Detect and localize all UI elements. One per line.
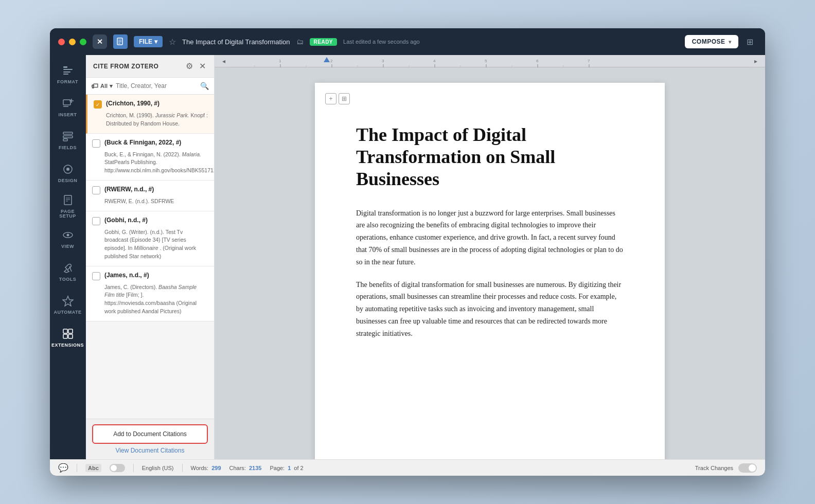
sidebar-item-view[interactable]: VIEW [52, 224, 83, 255]
main-content: FORMAT INSERT [50, 55, 765, 459]
page-current: 1 [288, 465, 291, 471]
compose-chevron-icon: ▾ [729, 39, 732, 45]
sidebar-item-fields[interactable]: FIELDS [52, 125, 83, 156]
page-setup-icon [62, 194, 74, 207]
sidebar-close-button[interactable]: ✕ [93, 34, 107, 49]
sidebar-item-page-setup[interactable]: PAGE SETUP [52, 191, 83, 222]
citation-header: ✓ (Crichton, 1990, #) [94, 100, 208, 109]
close-traffic-light[interactable] [58, 39, 65, 45]
svg-rect-5 [63, 69, 73, 70]
svg-rect-17 [64, 195, 72, 205]
document-scroll[interactable]: + ⊞ The Impact of Digital Transformation… [215, 67, 765, 459]
citation-checkbox-buck[interactable] [92, 139, 100, 148]
divider-2 [133, 464, 134, 472]
sidebar-item-design[interactable]: DESIGN [52, 158, 83, 189]
citation-header-buck: (Buck & Finnigan, 2022, #) [92, 139, 208, 148]
svg-point-16 [66, 168, 69, 171]
design-icon [62, 164, 74, 176]
language-text: English (US) [142, 465, 174, 471]
track-toggle-dot [749, 464, 756, 472]
svg-rect-4 [63, 66, 67, 68]
add-col-button[interactable]: ⊞ [339, 93, 350, 104]
svg-rect-6 [63, 71, 70, 73]
spell-check-icon[interactable]: Abc [85, 464, 101, 472]
track-changes-label: Track Changes [695, 465, 733, 471]
citation-checkbox-james[interactable] [92, 272, 100, 280]
title-bar-right: COMPOSE ▾ ⊞ [685, 34, 757, 49]
maximize-traffic-light[interactable] [80, 39, 86, 45]
sidebar-item-automate[interactable]: AUTOMATE [52, 290, 83, 320]
automate-label: AUTOMATE [54, 310, 81, 315]
compose-button[interactable]: COMPOSE ▾ [685, 35, 738, 48]
sidebar-item-insert[interactable]: INSERT [52, 92, 83, 123]
minimize-traffic-light[interactable] [69, 39, 76, 45]
insert-label: INSERT [58, 113, 77, 117]
automate-icon [62, 295, 74, 308]
toolbar-extra-icon[interactable]: ⊞ [742, 34, 757, 49]
format-icon [62, 65, 74, 78]
star-icon[interactable]: ☆ [169, 37, 176, 47]
document-icon [113, 34, 128, 49]
fields-icon [62, 131, 74, 143]
citation-checkbox-rwerw[interactable] [92, 186, 100, 194]
citation-checkbox-crichton[interactable]: ✓ [94, 100, 102, 109]
citation-checkbox-gobhi[interactable] [92, 217, 100, 225]
search-button[interactable]: 🔍 [200, 82, 209, 90]
page-setup-label: PAGE SETUP [52, 209, 83, 219]
svg-rect-12 [63, 132, 73, 134]
panel-header: CITE FROM ZOTERO ⚙ ✕ [86, 55, 214, 78]
compose-label: COMPOSE [692, 38, 725, 45]
track-changes-toggle[interactable] [738, 463, 757, 473]
citation-header-rwerw: (RWERW, n.d., #) [92, 186, 208, 194]
filter-label: All [100, 83, 108, 89]
ruler-right-arrow: ▸ [751, 55, 761, 67]
sidebar: FORMAT INSERT [50, 55, 86, 459]
tools-label: TOOLS [59, 277, 76, 282]
words-value: 299 [211, 465, 221, 471]
citation-search-input[interactable] [116, 82, 197, 89]
citation-item-james[interactable]: (James, n.d., #) James, C. (Directors). … [86, 266, 214, 321]
add-row-button[interactable]: + [325, 93, 336, 104]
citation-item-buck[interactable]: (Buck & Finnigan, 2022, #) Buck, E., & F… [86, 134, 214, 181]
filter-icon: 🏷 [91, 82, 98, 90]
design-label: DESIGN [58, 178, 78, 183]
citation-details-crichton: Crichton, M. (1990). Jurassic Park. Knop… [94, 112, 208, 128]
citation-key-rwerw: (RWERW, n.d., #) [104, 186, 154, 193]
citation-key-buck: (Buck & Finnigan, 2022, #) [104, 139, 181, 146]
citation-item-crichton[interactable]: ✓ (Crichton, 1990, #) Crichton, M. (1990… [86, 95, 214, 134]
words-status: Words: 299 [191, 465, 221, 471]
add-citations-button[interactable]: Add to Document Citations [92, 424, 208, 444]
file-menu-button[interactable]: FILE ▾ [134, 36, 163, 47]
citation-details-gobhi: Gobhi, G. (Writer). (n.d.). Test Tv broa… [92, 228, 208, 261]
panel-close-button[interactable]: ✕ [198, 60, 207, 72]
panel-footer: Add to Document Citations View Document … [86, 419, 214, 459]
filter-dropdown[interactable]: 🏷 All ▾ [91, 82, 113, 90]
sidebar-item-format[interactable]: FORMAT [52, 59, 83, 90]
chars-value: 2135 [249, 465, 261, 471]
document-title: The Impact of Digital Transformation on … [356, 124, 624, 191]
citation-header-james: (James, n.d., #) [92, 272, 208, 280]
ruler: ◂ 1 2 3 [215, 55, 765, 67]
divider-1 [77, 464, 77, 472]
view-citations-link[interactable]: View Document Citations [92, 447, 208, 454]
folder-icon[interactable]: 🗂 [296, 38, 304, 46]
svg-text:7: 7 [588, 59, 590, 63]
divider-3 [182, 464, 183, 472]
status-right: Track Changes [695, 463, 757, 473]
document-title: The Impact of Digital Transformation [182, 38, 290, 46]
chat-icon[interactable]: 💬 [58, 463, 68, 473]
spell-check-toggle[interactable] [110, 464, 125, 472]
citation-header-gobhi: (Gobhi, n.d., #) [92, 217, 208, 225]
svg-text:6: 6 [536, 59, 539, 63]
svg-marker-24 [63, 296, 73, 306]
document-paragraph-2: The benefits of digital transformation f… [356, 279, 624, 340]
sidebar-item-extensions[interactable]: EXTENSIONS [52, 322, 83, 353]
sidebar-item-tools[interactable]: TOOLS [52, 257, 83, 287]
citation-item-gobhi[interactable]: (Gobhi, n.d., #) Gobhi, G. (Writer). (n.… [86, 211, 214, 266]
chars-label: Chars: [229, 465, 246, 471]
citation-item-rwerw[interactable]: (RWERW, n.d., #) RWERW, E. (n.d.). SDFRW… [86, 181, 214, 211]
citation-details-james: James, C. (Directors). Baasha Sample Fil… [92, 283, 208, 316]
insert-icon [62, 98, 74, 111]
panel-settings-button[interactable]: ⚙ [185, 60, 194, 72]
search-bar: 🏷 All ▾ 🔍 [86, 78, 214, 95]
